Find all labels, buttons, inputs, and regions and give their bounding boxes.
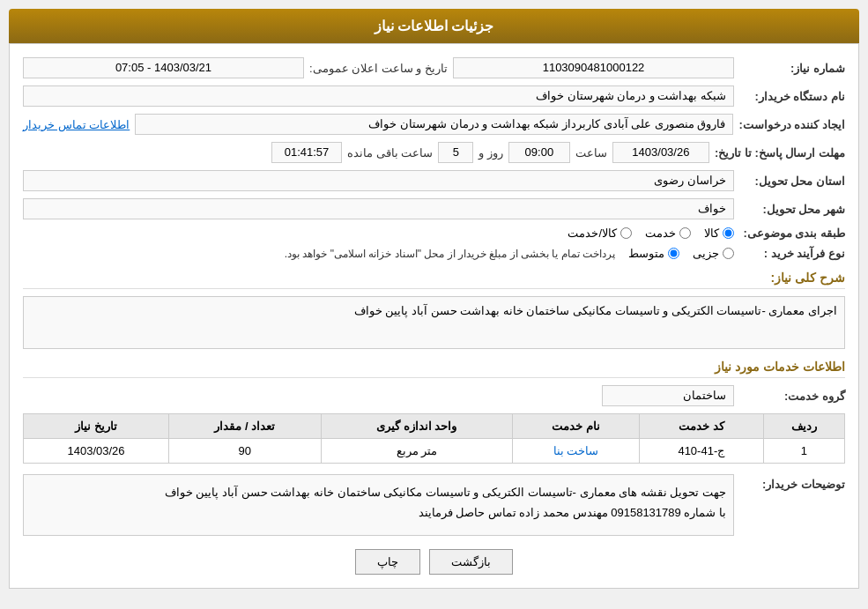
process-jozi-label: جزیی bbox=[693, 247, 719, 260]
process-motovaset-item[interactable]: متوسط bbox=[628, 247, 679, 260]
creator-label: ایجاد کننده درخواست: bbox=[738, 118, 845, 131]
category-radio-group: کالا خدمت کالا/خدمت bbox=[568, 227, 734, 240]
process-motovaset-radio[interactable] bbox=[668, 248, 679, 259]
cell-date: 1403/03/26 bbox=[24, 439, 169, 464]
city-row: شهر محل تحویل: خواف bbox=[23, 198, 845, 219]
process-radio-group: جزیی متوسط پرداخت تمام یا بخشی از مبلغ خ… bbox=[285, 247, 734, 260]
category-kala-item[interactable]: کالا bbox=[704, 227, 734, 240]
category-khedmat-label: خدمت bbox=[645, 227, 676, 240]
need-number-row: شماره نیاز: 1103090481000122 تاریخ و ساع… bbox=[23, 57, 845, 78]
table-header-row: ردیف کد خدمت نام خدمت واحد اندازه گیری ت… bbox=[24, 414, 845, 439]
buyer-system-row: نام دستگاه خریدار: شبکه بهداشت و درمان ش… bbox=[23, 85, 845, 107]
need-number-value: 1103090481000122 bbox=[453, 57, 734, 78]
col-quantity: تعداد / مقدار bbox=[169, 414, 322, 439]
service-group-label: گروه خدمت: bbox=[739, 390, 845, 403]
col-unit: واحد اندازه گیری bbox=[321, 414, 513, 439]
process-note: پرداخت تمام یا بخشی از مبلغ خریدار از مح… bbox=[285, 248, 615, 260]
main-content: شماره نیاز: 1103090481000122 تاریخ و ساع… bbox=[9, 43, 859, 589]
province-value: خراسان رضوی bbox=[23, 170, 734, 191]
print-button[interactable]: چاپ bbox=[355, 549, 420, 575]
creator-row: ایجاد کننده درخواست: فاروق منصوری علی آب… bbox=[23, 114, 845, 135]
back-button[interactable]: بازگشت bbox=[429, 549, 513, 575]
process-label: نوع فرآیند خرید : bbox=[739, 247, 845, 260]
send-time-label: ساعت bbox=[575, 146, 607, 160]
send-remaining: 01:41:57 bbox=[271, 142, 342, 163]
process-row: نوع فرآیند خرید : جزیی متوسط پرداخت تمام… bbox=[23, 247, 845, 260]
category-khedmat-item[interactable]: خدمت bbox=[645, 227, 691, 240]
send-date-label: مهلت ارسال پاسخ: تا تاریخ: bbox=[715, 146, 845, 160]
buyer-notes-label: توضیحات خریدار: bbox=[739, 478, 845, 491]
cell-quantity: 90 bbox=[169, 439, 322, 464]
process-jozi-radio[interactable] bbox=[723, 248, 734, 259]
col-date: تاریخ نیاز bbox=[24, 414, 169, 439]
page-header: جزئیات اطلاعات نیاز bbox=[9, 9, 859, 43]
buttons-row: بازگشت چاپ bbox=[23, 549, 845, 575]
col-service-code: کد خدمت bbox=[640, 414, 763, 439]
city-value: خواف bbox=[23, 198, 734, 219]
page-container: جزئیات اطلاعات نیاز شماره نیاز: 11030904… bbox=[0, 0, 868, 609]
announce-value: 1403/03/21 - 07:05 bbox=[23, 57, 304, 78]
province-row: استان محل تحویل: خراسان رضوی bbox=[23, 170, 845, 191]
cell-service-name: ساخت بنا bbox=[513, 439, 640, 464]
send-days: 5 bbox=[438, 142, 473, 163]
buyer-system-label: نام دستگاه خریدار: bbox=[739, 90, 845, 103]
header-title: جزئیات اطلاعات نیاز bbox=[375, 19, 494, 33]
process-jozi-item[interactable]: جزیی bbox=[693, 247, 734, 260]
category-label: طبقه بندی موضوعی: bbox=[739, 227, 845, 240]
col-service-name: نام خدمت bbox=[513, 414, 640, 439]
need-desc-section-title: شرح کلی نیاز: bbox=[23, 271, 845, 289]
cell-row-num: 1 bbox=[763, 439, 844, 464]
category-kala-khedmat-label: کالا/خدمت bbox=[568, 227, 617, 240]
need-desc-box: اجرای معماری -تاسیسات الکتریکی و تاسیسات… bbox=[23, 296, 845, 349]
category-kala-radio[interactable] bbox=[723, 227, 734, 239]
need-number-label: شماره نیاز: bbox=[739, 62, 845, 75]
buyer-notes-box: جهت تحویل نقشه های معماری -تاسیسات الکتر… bbox=[23, 474, 734, 536]
province-label: استان محل تحویل: bbox=[739, 175, 845, 188]
send-time: 09:00 bbox=[508, 142, 570, 163]
creator-value: فاروق منصوری علی آبادی کاربرداز شبکه بهد… bbox=[135, 114, 733, 135]
category-row: طبقه بندی موضوعی: کالا خدمت کالا/خدمت bbox=[23, 227, 845, 240]
category-khedmat-radio[interactable] bbox=[679, 227, 691, 239]
buyer-notes-section: توضیحات خریدار: جهت تحویل نقشه های معمار… bbox=[23, 474, 845, 536]
services-table: ردیف کد خدمت نام خدمت واحد اندازه گیری ت… bbox=[23, 413, 845, 464]
category-kala-khedmat-radio[interactable] bbox=[620, 227, 632, 239]
category-kala-khedmat-item[interactable]: کالا/خدمت bbox=[568, 227, 632, 240]
announce-label: تاریخ و ساعت اعلان عمومی: bbox=[309, 62, 448, 75]
cell-service-code: ج-41-410 bbox=[640, 439, 763, 464]
send-date-row: مهلت ارسال پاسخ: تا تاریخ: 1403/03/26 سا… bbox=[23, 142, 845, 163]
table-row: 1 ج-41-410 ساخت بنا متر مربع 90 1403/03/… bbox=[24, 439, 845, 464]
creator-contact-link[interactable]: اطلاعات تماس خریدار bbox=[23, 118, 130, 131]
city-label: شهر محل تحویل: bbox=[739, 203, 845, 216]
send-remaining-label: ساعت باقی مانده bbox=[347, 146, 433, 160]
process-motovaset-label: متوسط bbox=[628, 247, 664, 260]
col-row-num: ردیف bbox=[763, 414, 844, 439]
category-kala-label: کالا bbox=[704, 227, 719, 240]
send-day-label: روز و bbox=[479, 146, 503, 160]
service-group-row: گروه خدمت: ساختمان bbox=[23, 385, 845, 406]
service-group-value: ساختمان bbox=[602, 385, 734, 406]
send-date: 1403/03/26 bbox=[612, 142, 709, 163]
cell-unit: متر مربع bbox=[321, 439, 513, 464]
services-section-title: اطلاعات خدمات مورد نیاز bbox=[23, 360, 845, 378]
buyer-system-value: شبکه بهداشت و درمان شهرستان خواف bbox=[23, 85, 734, 107]
